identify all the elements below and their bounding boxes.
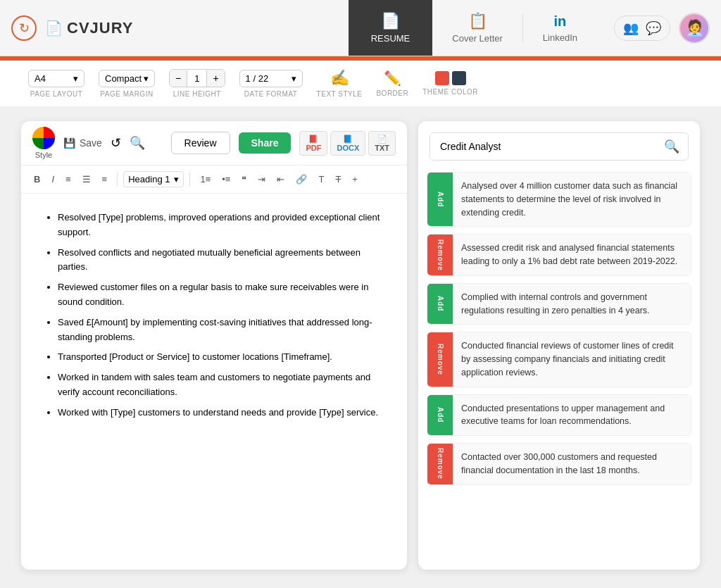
suggestion-text[interactable]: Complied with internal controls and gove… — [453, 284, 691, 325]
add-tag[interactable]: Add — [427, 173, 453, 226]
line-height-group: − 1 + LINE HEIGHT — [169, 69, 225, 98]
indent-button[interactable]: ⇥ — [253, 171, 270, 187]
page-margin-group: Compact ▾ PAGE MARGIN — [99, 70, 155, 98]
share-label: Share — [251, 137, 279, 149]
heading-select[interactable]: Heading 1 ▾ — [123, 171, 184, 187]
logo-area: 📄 CVJURY — [45, 19, 133, 37]
search-button[interactable]: 🔍 — [130, 135, 145, 151]
suggestion-text[interactable]: Contacted over 300,000 customers and req… — [453, 444, 691, 484]
style-button[interactable]: Style — [32, 127, 55, 159]
border-icon: ✏️ — [384, 70, 401, 87]
linkedin-tab-icon: in — [554, 13, 567, 30]
align-right-button[interactable]: ≡ — [98, 171, 112, 187]
editor-content[interactable]: Resolved [Type] problems, improved opera… — [21, 194, 407, 443]
suggestion-text[interactable]: Conducted presentations to upper managem… — [453, 395, 691, 436]
suggestion-item: Add Analysed over 4 million customer dat… — [427, 172, 691, 227]
page-margin-select[interactable]: Compact ▾ — [99, 70, 155, 87]
undo-icon: ↺ — [111, 136, 121, 150]
page-margin-chevron: ▾ — [144, 73, 149, 84]
undo-button[interactable]: ↺ — [111, 135, 121, 151]
logo-icon: 📄 — [45, 20, 63, 37]
remove-tag[interactable]: Remove — [427, 234, 453, 275]
color-red[interactable] — [435, 71, 449, 85]
cover-letter-tab-icon: 📋 — [468, 12, 487, 30]
line-height-increment[interactable]: + — [207, 70, 224, 87]
line-height-stepper[interactable]: − 1 + — [169, 69, 225, 87]
search-magnifier-icon: 🔍 — [664, 139, 679, 154]
editor-top-bar: Style 💾 Save ↺ 🔍 Review Share 📕 PDF — [21, 121, 407, 165]
page-layout-select[interactable]: A4 ▾ — [28, 70, 84, 87]
editor-area: Style 💾 Save ↺ 🔍 Review Share 📕 PDF — [0, 107, 721, 584]
strikethrough-button[interactable]: T — [331, 171, 345, 187]
line-height-value: 1 — [187, 70, 207, 87]
users-icon-btn[interactable]: 👥 💬 — [614, 15, 670, 41]
cover-letter-tab-label: Cover Letter — [452, 33, 503, 44]
list-item: Resolved conflicts and negotiated mutual… — [58, 246, 384, 275]
remove-tag[interactable]: Remove — [427, 332, 453, 386]
ordered-list-button[interactable]: 1≡ — [196, 171, 215, 187]
suggestion-item: Remove Assessed credit risk and analysed… — [427, 234, 691, 276]
color-dark[interactable] — [452, 71, 466, 85]
search-bar: 🔍 — [430, 132, 689, 161]
chat-icon: 💬 — [646, 20, 661, 36]
remove-tag[interactable]: Remove — [427, 444, 453, 484]
resume-tab-icon: 📄 — [381, 12, 400, 30]
bullet-list: Resolved [Type] problems, improved opera… — [58, 211, 384, 420]
toolbar: A4 ▾ PAGE LAYOUT Compact ▾ PAGE MARGIN −… — [0, 61, 721, 107]
page-layout-group: A4 ▾ PAGE LAYOUT — [28, 70, 84, 98]
italic-button[interactable]: I — [47, 171, 58, 187]
save-button[interactable]: 💾 Save — [63, 137, 102, 149]
text-style-btn[interactable]: ✍ TEXT STYLE — [317, 69, 363, 98]
date-format-value: 1 / 22 — [246, 73, 269, 84]
align-left-button[interactable]: ≡ — [61, 171, 75, 187]
suggestion-text[interactable]: Assessed credit risk and analysed financ… — [453, 234, 691, 275]
line-height-decrement[interactable]: − — [170, 70, 187, 87]
list-item: Transported [Product or Service] to cust… — [58, 350, 384, 365]
export-buttons: 📕 PDF 📘 DOCX 📄 TXT — [299, 131, 396, 156]
list-item: Worked with [Type] customers to understa… — [58, 406, 384, 420]
export-docx-button[interactable]: 📘 DOCX — [330, 131, 365, 156]
date-format-select[interactable]: 1 / 22 ▾ — [239, 70, 303, 87]
add-tag[interactable]: Add — [427, 284, 453, 325]
style-label: Style — [35, 151, 52, 159]
nav-tabs: 📄 RESUME 📋 Cover Letter in LinkedIn — [349, 0, 597, 56]
review-button[interactable]: Review — [171, 132, 230, 154]
docx-label: DOCX — [337, 144, 359, 152]
page-layout-chevron: ▾ — [73, 73, 78, 84]
text-style-icon: ✍ — [330, 69, 349, 87]
suggestion-text[interactable]: Conducted financial reviews of customer … — [453, 332, 691, 386]
outdent-button[interactable]: ⇤ — [272, 171, 289, 187]
logo-text: CVJURY — [67, 19, 133, 37]
align-center-button[interactable]: ☰ — [78, 171, 95, 187]
tab-linkedin[interactable]: in LinkedIn — [523, 0, 597, 56]
pdf-icon: 📕 — [308, 135, 318, 144]
share-button[interactable]: Share — [239, 132, 291, 154]
border-btn[interactable]: ✏️ BORDER — [376, 70, 408, 97]
top-nav: ↻ 📄 CVJURY 📄 RESUME 📋 Cover Letter in Li… — [0, 0, 721, 56]
tab-resume[interactable]: 📄 RESUME — [349, 0, 433, 56]
unordered-list-button[interactable]: •≡ — [218, 171, 234, 187]
users-icon: 👥 — [623, 20, 639, 36]
editor-card: Style 💾 Save ↺ 🔍 Review Share 📕 PDF — [21, 121, 407, 570]
export-txt-button[interactable]: 📄 TXT — [368, 131, 396, 156]
suggestion-text[interactable]: Analysed over 4 million customer data su… — [453, 173, 691, 226]
search-input[interactable] — [430, 134, 656, 159]
add-element-button[interactable]: + — [348, 171, 362, 187]
search-icon-button[interactable]: 🔍 — [656, 133, 688, 160]
border-label: BORDER — [376, 89, 408, 97]
theme-color-btn[interactable]: THEME COLOR — [422, 71, 478, 96]
suggestions-list: Add Analysed over 4 million customer dat… — [418, 172, 700, 570]
search-icon: 🔍 — [130, 136, 145, 150]
txt-icon: 📄 — [377, 135, 387, 144]
avatar[interactable]: 🧑‍💼 — [679, 13, 710, 44]
text-style-label: TEXT STYLE — [317, 90, 363, 98]
add-tag[interactable]: Add — [427, 395, 453, 436]
quote-button[interactable]: ❝ — [237, 171, 251, 187]
link-button[interactable]: 🔗 — [291, 171, 311, 187]
export-pdf-button[interactable]: 📕 PDF — [299, 131, 327, 156]
text-color-button[interactable]: T — [314, 171, 328, 187]
tab-cover-letter[interactable]: 📋 Cover Letter — [432, 0, 522, 56]
bold-button[interactable]: B — [30, 171, 44, 187]
list-item: Reviewed customer files on a regular bas… — [58, 280, 384, 310]
back-button[interactable]: ↻ — [11, 15, 37, 41]
